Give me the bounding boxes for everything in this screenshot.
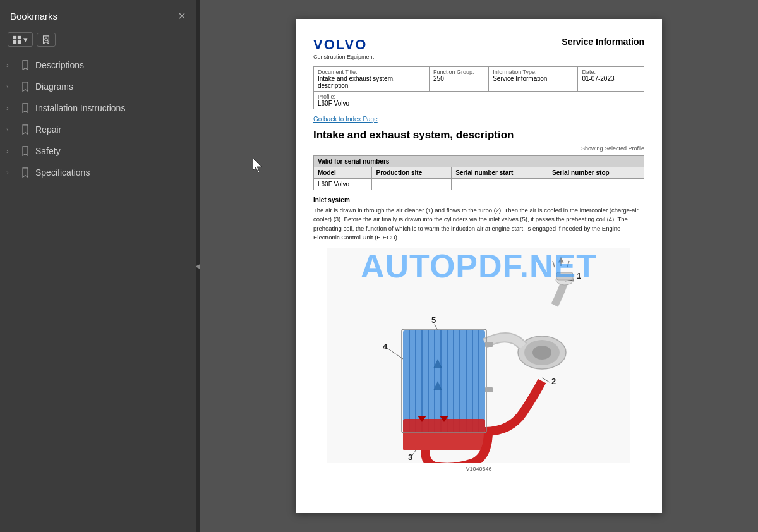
bookmark-search-button[interactable] <box>37 33 56 47</box>
profile-label: Profile: <box>318 94 640 100</box>
chevron-icon: › <box>6 126 15 133</box>
svg-text:5: 5 <box>431 315 436 325</box>
sidebar-item-label: Installation Instructions <box>35 103 125 113</box>
serial-col-site: Production site <box>372 167 452 179</box>
sidebar-header: Bookmarks × <box>0 0 196 30</box>
serial-row-start <box>452 179 548 190</box>
svg-rect-3 <box>18 40 21 43</box>
volvo-logo: VOLVO Construction Equipment <box>313 37 374 60</box>
bookmark-icon <box>20 103 30 113</box>
serial-header: Valid for serial numbers <box>314 156 644 167</box>
sidebar-item-label: Specifications <box>35 167 90 178</box>
svg-rect-22 <box>403 419 485 450</box>
serial-numbers-table: Valid for serial numbers Model Productio… <box>313 155 644 190</box>
serial-col-model: Model <box>314 167 372 179</box>
date-value: 01-07-2023 <box>582 75 640 82</box>
svg-text:3: 3 <box>408 452 412 462</box>
profile-value: L60F Volvo <box>318 100 640 107</box>
sidebar-item-safety[interactable]: › Safety <box>0 140 196 162</box>
chevron-icon: › <box>6 104 15 112</box>
sidebar-item-label: Diagrams <box>35 82 73 92</box>
bookmark-icon <box>20 124 30 135</box>
svg-rect-45 <box>485 387 493 392</box>
function-group-value: 250 <box>433 75 484 82</box>
sidebar-item-specifications[interactable]: › Specifications <box>0 162 196 183</box>
diagram-container: 1 2 3 4 5 <box>313 248 644 463</box>
svg-text:1: 1 <box>577 271 581 281</box>
engine-diagram: 1 2 3 4 5 <box>327 248 630 463</box>
sidebar-item-diagrams[interactable]: › Diagrams <box>0 76 196 97</box>
function-group-label: Function Group: <box>433 69 484 75</box>
sidebar-item-label: Repair <box>35 124 61 135</box>
inlet-section-title: Inlet system <box>313 196 644 203</box>
main-content: AUTOPDF.NET VOLVO Construction Equipment… <box>200 0 758 532</box>
chevron-icon: › <box>6 61 15 69</box>
page-title: Intake and exhaust system, description <box>313 129 644 142</box>
sidebar-item-repair[interactable]: › Repair <box>0 119 196 140</box>
bookmark-icon <box>20 60 30 70</box>
document-page: AUTOPDF.NET VOLVO Construction Equipment… <box>296 19 662 513</box>
bookmark-icon <box>20 82 30 92</box>
svg-text:2: 2 <box>551 377 556 386</box>
serial-col-stop: Serial number stop <box>548 167 644 179</box>
svg-text:4: 4 <box>383 342 388 351</box>
logo-sub: Construction Equipment <box>313 54 374 60</box>
doc-title-label: Document Title: <box>318 69 425 75</box>
svg-rect-29 <box>556 272 573 280</box>
sidebar-title: Bookmarks <box>10 11 57 21</box>
serial-row-site <box>372 179 452 190</box>
info-type-label: Information Type: <box>493 69 574 75</box>
serial-col-start: Serial number start <box>452 167 548 179</box>
grid-icon <box>13 35 21 44</box>
service-info-title: Service Information <box>562 37 644 47</box>
sidebar-item-label: Safety <box>35 146 61 156</box>
bookmark-icon <box>20 146 30 156</box>
sidebar: Bookmarks × ▾ › Descriptions › <box>0 0 196 532</box>
serial-row-model: L60F Volvo <box>314 179 372 190</box>
showing-profile-label: Showing Selected Profile <box>313 145 644 152</box>
sidebar-item-descriptions[interactable]: › Descriptions <box>0 54 196 76</box>
doc-header: VOLVO Construction Equipment Service Inf… <box>313 37 644 60</box>
sidebar-item-label: Descriptions <box>35 60 84 70</box>
bookmark-icon <box>20 167 30 178</box>
chevron-icon: › <box>6 147 15 155</box>
chevron-icon: › <box>6 83 15 90</box>
info-type-value: Service Information <box>493 75 574 82</box>
inlet-body-text: The air is drawn in through the air clea… <box>313 206 644 242</box>
sidebar-toolbar: ▾ <box>0 30 196 52</box>
svg-point-27 <box>532 346 551 360</box>
svg-rect-2 <box>13 40 16 43</box>
svg-line-5 <box>47 40 49 41</box>
date-label: Date: <box>582 69 640 75</box>
chevron-icon: › <box>6 169 15 176</box>
expand-label: ▾ <box>23 35 28 44</box>
svg-rect-44 <box>485 342 493 347</box>
back-to-index-link[interactable]: Go back to Index Page <box>313 116 644 123</box>
sidebar-item-installation-instructions[interactable]: › Installation Instructions <box>0 97 196 119</box>
svg-point-4 <box>45 37 47 40</box>
svg-rect-1 <box>18 35 21 39</box>
close-icon[interactable]: × <box>178 9 186 23</box>
svg-rect-0 <box>13 35 16 39</box>
bookmark-search-icon <box>42 35 51 44</box>
doc-title-value: Intake and exhaust system, description <box>318 75 425 89</box>
sidebar-list: › Descriptions › Diagrams › Installation… <box>0 52 196 532</box>
diagram-caption: V1040646 <box>313 466 644 472</box>
info-table: Document Title: Intake and exhaust syste… <box>313 66 644 109</box>
expand-all-button[interactable]: ▾ <box>8 32 33 47</box>
logo-text: VOLVO <box>313 37 374 53</box>
serial-row-stop <box>548 179 644 190</box>
